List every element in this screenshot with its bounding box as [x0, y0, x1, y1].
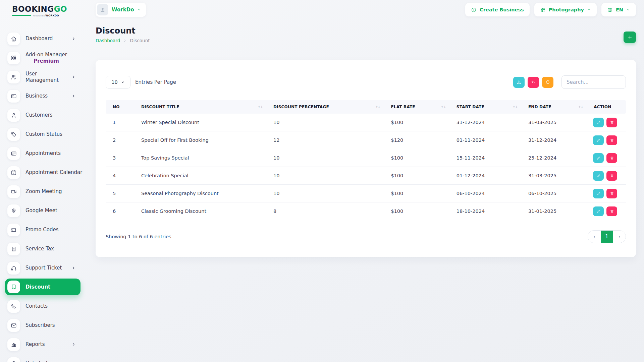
brand-name-primary: BOOKING [12, 5, 54, 13]
sort-icon[interactable] [513, 105, 518, 109]
breadcrumb-dashboard-link[interactable]: Dashboard [96, 38, 120, 43]
delete-button[interactable] [606, 118, 617, 127]
table-header-row: NO DISCOUNT TITLE DISCOUNT PERCENTAGE FL… [106, 100, 626, 114]
sidebar-item-label: Appointments [25, 150, 61, 157]
sidebar-item-dashboard[interactable]: Dashboard [0, 29, 87, 48]
sidebar-nav: Dashboard Add-on ManagerPremium User Man… [0, 29, 87, 362]
sidebar-item-addon-manager[interactable]: Add-on ManagerPremium [0, 48, 87, 67]
delete-button[interactable] [606, 189, 617, 198]
entries-per-page-select[interactable]: 10 [106, 76, 130, 88]
cell-no: 2 [106, 137, 136, 143]
sidebar-item-contacts[interactable]: Contacts [0, 297, 87, 316]
cell-start-date: 15-11-2024 [451, 155, 523, 161]
pencil-icon [596, 138, 601, 142]
sidebar-item-business[interactable]: Business [0, 86, 87, 106]
sidebar-item-zoom-meeting[interactable]: Zoom Meeting [0, 182, 87, 201]
delete-button[interactable] [606, 171, 617, 181]
sidebar-item-reports[interactable]: Reports [0, 335, 87, 354]
edit-button[interactable] [593, 189, 604, 198]
calendar-icon [7, 166, 20, 179]
create-business-button[interactable]: Create Business [465, 3, 530, 16]
credit-card-icon [7, 90, 20, 103]
refresh-button[interactable] [542, 77, 553, 88]
cell-flat-rate: $100 [385, 173, 451, 178]
cell-end-date: 06-10-2025 [523, 191, 588, 196]
pagination-prev-button[interactable] [588, 231, 601, 243]
cell-start-date: 01-12-2024 [451, 173, 523, 178]
sidebar-item-appointment-calendar[interactable]: Appointment Calendar [0, 163, 87, 182]
edit-button[interactable] [593, 118, 604, 127]
edit-button[interactable] [593, 206, 604, 216]
column-header-start-date: START DATE [451, 105, 523, 109]
sidebar-item-promo-codes[interactable]: Promo Codes [0, 220, 87, 239]
sidebar-item-label: Customers [25, 112, 53, 118]
search-input[interactable] [561, 75, 626, 89]
table-row: 2 Special Off for First Booking 12 $120 … [106, 131, 626, 149]
sort-icon[interactable] [375, 105, 380, 109]
brand-tagline: Powered By WORKDO [12, 14, 59, 17]
delete-button[interactable] [606, 153, 617, 163]
chevron-left-icon [592, 235, 597, 239]
powered-by-text: Powered By [33, 14, 45, 17]
main-content: WorkDo Create Business Photography EN [87, 0, 644, 362]
chevron-right-icon [71, 94, 76, 98]
edit-button[interactable] [593, 135, 604, 145]
workspace-switcher[interactable]: WorkDo [96, 3, 146, 17]
cell-discount-percentage: 10 [268, 191, 386, 196]
sidebar-item-discount[interactable]: Discount [5, 279, 80, 295]
sidebar-item-helpdesk[interactable]: Helpdesk [0, 354, 87, 362]
pencil-icon [596, 120, 601, 125]
sidebar-item-google-meet[interactable]: Google Meet [0, 201, 87, 220]
cell-start-date: 31-12-2024 [451, 120, 523, 125]
pagination-next-button[interactable] [613, 231, 626, 243]
delete-button[interactable] [606, 135, 617, 145]
globe-icon [607, 7, 613, 13]
pagination-page-1[interactable]: 1 [601, 231, 613, 243]
delete-button[interactable] [606, 206, 617, 216]
discount-table: NO DISCOUNT TITLE DISCOUNT PERCENTAGE FL… [106, 100, 626, 220]
language-label: EN [616, 7, 623, 12]
sidebar-item-subscribers[interactable]: Subscribers [0, 316, 87, 335]
chevron-right-icon [123, 39, 127, 43]
cell-discount-percentage: 12 [268, 137, 386, 143]
cell-discount-title: Celebration Special [136, 173, 268, 178]
create-business-label: Create Business [480, 7, 524, 12]
cell-end-date: 31-01-2025 [523, 208, 588, 214]
sidebar-item-custom-status[interactable]: Custom Status [0, 125, 87, 144]
webcam-icon [7, 204, 20, 217]
ticket-icon [7, 224, 20, 236]
sort-icon[interactable] [578, 105, 583, 109]
edit-button[interactable] [593, 153, 604, 163]
bookmark-icon [7, 281, 20, 293]
sidebar-item-support-ticket[interactable]: Support Ticket [0, 258, 87, 278]
brand-name-secondary: GO [54, 5, 67, 13]
export-button[interactable] [513, 77, 525, 88]
sidebar-item-appointments[interactable]: Appointments [0, 144, 87, 163]
cell-flat-rate: $100 [385, 208, 451, 214]
undo-button[interactable] [528, 77, 539, 88]
sidebar-item-label: Appointment Calendar [25, 169, 82, 176]
table-body: 1 Winter Special Discount 10 $100 31-12-… [106, 114, 626, 220]
add-discount-button[interactable] [624, 32, 636, 43]
pagination: 1 [588, 230, 626, 243]
pencil-icon [596, 191, 601, 196]
chevron-down-icon [626, 8, 630, 12]
cell-discount-title: Top Savings Special [136, 155, 268, 161]
business-type-dropdown[interactable]: Photography [534, 3, 597, 16]
cell-no: 1 [106, 120, 136, 125]
edit-button[interactable] [593, 171, 604, 181]
column-header-action: ACTION [588, 105, 626, 109]
workspace-avatar [97, 4, 108, 15]
brand-logo[interactable]: BOOKINGGO Powered By WORKDO [12, 5, 59, 17]
sidebar-item-label: Contacts [25, 303, 48, 309]
sort-icon[interactable] [441, 105, 446, 109]
cell-discount-title: Winter Special Discount [136, 120, 268, 125]
language-dropdown[interactable]: EN [601, 3, 636, 16]
category-grid-icon [540, 7, 546, 13]
sort-icon[interactable] [258, 105, 263, 109]
table-row: 4 Celebration Special 10 $100 01-12-2024… [106, 167, 626, 185]
sidebar-item-service-tax[interactable]: Service Tax [0, 239, 87, 258]
sidebar-item-user-management[interactable]: User Management [0, 67, 87, 86]
sidebar-item-customers[interactable]: Customers [0, 106, 87, 125]
table-row: 5 Seasonal Photography Discount 10 $100 … [106, 185, 626, 202]
